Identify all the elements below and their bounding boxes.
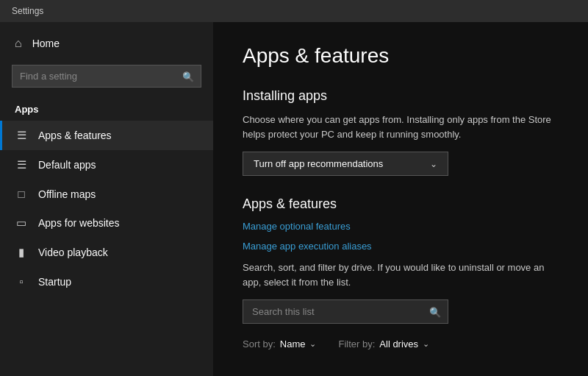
default-apps-icon: ☰: [15, 158, 28, 171]
filter-row: Sort by: Name ⌄ Filter by: All drives ⌄: [243, 338, 559, 350]
apps-features-icon: ☰: [15, 129, 28, 142]
sort-by-arrow-icon: ⌄: [309, 339, 316, 349]
search-this-list-input[interactable]: [243, 299, 448, 324]
title-bar-label: Settings: [12, 6, 43, 16]
search-section-description: Search, sort, and filter by drive. If yo…: [243, 260, 559, 289]
page-title: Apps & features: [243, 44, 559, 68]
installing-apps-section: Installing apps Choose where you can get…: [243, 88, 559, 176]
sidebar-item-video-playback-label: Video playback: [38, 246, 108, 258]
sidebar-item-apps-websites[interactable]: ▭ Apps for websites: [0, 208, 213, 238]
sidebar-search-container: 🔍: [12, 65, 201, 88]
search-this-list-icon: 🔍: [429, 306, 441, 317]
sidebar-search-icon: 🔍: [182, 71, 194, 82]
app-recommendations-dropdown[interactable]: Turn off app recommendations ⌄: [243, 152, 448, 176]
sort-by-control[interactable]: Sort by: Name ⌄: [243, 338, 316, 350]
sidebar-item-apps-features[interactable]: ☰ Apps & features: [0, 121, 213, 150]
content-area: Apps & features Installing apps Choose w…: [213, 22, 588, 376]
startup-icon: ▫: [15, 275, 28, 288]
dropdown-arrow-icon: ⌄: [430, 159, 437, 169]
sort-by-label: Sort by:: [243, 338, 276, 350]
manage-optional-features-link[interactable]: Manage optional features: [243, 221, 559, 232]
sidebar-item-offline-maps[interactable]: □ Offline maps: [0, 180, 213, 208]
filter-by-value: All drives: [379, 338, 418, 350]
apps-features-section: Apps & features Manage optional features…: [243, 196, 559, 350]
sidebar-item-offline-maps-label: Offline maps: [38, 188, 96, 200]
offline-maps-icon: □: [15, 188, 28, 200]
home-icon: ⌂: [15, 37, 22, 50]
dropdown-label: Turn off app recommendations: [254, 158, 383, 169]
apps-websites-icon: ▭: [15, 216, 28, 230]
filter-by-label: Filter by:: [338, 338, 375, 350]
search-this-list-container: 🔍: [243, 299, 448, 324]
installing-apps-description: Choose where you can get apps from. Inst…: [243, 113, 559, 141]
sidebar: ⌂ Home 🔍 Apps ☰ Apps & features ☰ Defaul…: [0, 22, 213, 376]
sidebar-item-apps-websites-label: Apps for websites: [38, 217, 120, 229]
filter-by-control[interactable]: Filter by: All drives ⌄: [338, 338, 429, 350]
sidebar-home-button[interactable]: ⌂ Home: [0, 28, 213, 59]
sidebar-search-input[interactable]: [12, 65, 201, 88]
filter-by-arrow-icon: ⌄: [423, 339, 429, 349]
title-bar: Settings: [0, 0, 588, 22]
sidebar-item-apps-features-label: Apps & features: [38, 130, 112, 141]
sidebar-item-default-apps-label: Default apps: [38, 159, 96, 171]
sidebar-home-label: Home: [32, 38, 60, 49]
manage-app-execution-aliases-link[interactable]: Manage app execution aliases: [243, 241, 559, 252]
video-playback-icon: ▮: [15, 246, 28, 259]
sidebar-item-video-playback[interactable]: ▮ Video playback: [0, 238, 213, 267]
sidebar-item-default-apps[interactable]: ☰ Default apps: [0, 150, 213, 180]
sidebar-item-startup-label: Startup: [38, 276, 71, 288]
sort-by-value: Name: [280, 338, 306, 350]
sidebar-section-label: Apps: [0, 93, 213, 121]
apps-features-section-title: Apps & features: [243, 196, 559, 212]
sidebar-item-startup[interactable]: ▫ Startup: [0, 267, 213, 296]
main-container: ⌂ Home 🔍 Apps ☰ Apps & features ☰ Defaul…: [0, 22, 588, 376]
installing-apps-title: Installing apps: [243, 88, 559, 104]
